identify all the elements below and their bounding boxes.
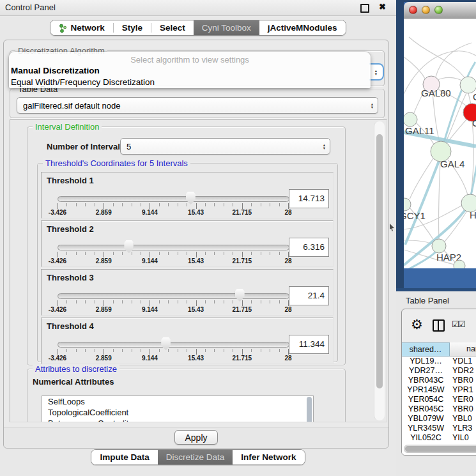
table-row[interactable]: YIL052CYIL0 (402, 433, 476, 443)
threshold-value-field[interactable]: 21.4 (289, 286, 329, 305)
network-node-gcy1[interactable] (404, 198, 411, 211)
tick-label: 21.715 (233, 209, 252, 216)
tick-label: -3.426 (49, 306, 66, 313)
network-view-window: GAL80GCGAL11GAL4GCY1HHAP2 (396, 0, 476, 291)
table-data-combo[interactable]: galFiltered.sif default node ▴▾ (17, 97, 378, 114)
network-graph: GAL80GCGAL11GAL4GCY1HHAP2 (404, 19, 476, 268)
right-column: GAL80GCGAL11GAL4GCY1HHAP2 Table Panel ⚙ … (396, 0, 476, 476)
cell-shared-name: YIL052C (402, 433, 450, 443)
attribute-item[interactable]: BetweennessCentrality (42, 418, 313, 422)
slider-thumb[interactable] (186, 192, 196, 204)
apply-button[interactable]: Apply (174, 430, 218, 445)
list-scrollbar-thumb[interactable] (307, 397, 312, 422)
network-canvas[interactable]: GAL80GCGAL11GAL4GCY1HHAP2 (404, 19, 476, 268)
select-columns-icon[interactable]: ☑☑ (452, 319, 464, 329)
gear-icon[interactable]: ⚙ (411, 318, 423, 332)
columns-icon[interactable] (433, 319, 445, 332)
tick-label: 15.43 (188, 355, 204, 362)
tick-label: 28 (284, 306, 291, 313)
tab-cyni-toolbox[interactable]: Cyni Toolbox (194, 20, 259, 35)
network-node-label: C (472, 118, 476, 128)
threshold-panel-2: Threshold 2-3.4262.8599.14415.4321.71528… (41, 220, 334, 267)
tab-network[interactable]: Network (50, 20, 112, 35)
panel-scrollbar-thumb[interactable] (376, 134, 383, 388)
tab-impute-data[interactable]: Impute Data (91, 450, 157, 464)
table-row[interactable]: YBL079WYBL0 (402, 414, 476, 424)
tick-label: 2.859 (96, 355, 112, 362)
threshold-title: Threshold 3 (47, 273, 94, 282)
tick-label: -3.426 (49, 209, 66, 216)
slider-thumb[interactable] (235, 289, 245, 302)
table-data-combo-value: galFiltered.sif default node (17, 101, 371, 111)
slider-track[interactable] (58, 342, 289, 348)
panel-scrollbar[interactable] (374, 121, 385, 420)
zoom-button-icon[interactable] (434, 6, 443, 14)
algorithm-option-equal-width[interactable]: Equal Width/Frequency Discretization (9, 77, 371, 88)
tab-label: jActiveMNodules (268, 23, 337, 33)
cell-shared-name: YER054C (402, 395, 450, 404)
table-hscrollbar-thumb[interactable] (405, 446, 476, 452)
slider-track[interactable] (58, 245, 289, 250)
spinner-arrows-icon: ▴▾ (371, 102, 373, 109)
column-header-name[interactable]: name (450, 342, 476, 357)
table-hscrollbar[interactable] (404, 445, 476, 453)
tab-label: Impute Data (100, 452, 149, 462)
tick-label: 15.43 (188, 257, 204, 265)
close-button-icon[interactable] (409, 6, 417, 14)
tick-label: 9.144 (142, 355, 158, 362)
table-data-group: Table Data galFiltered.sif default node … (10, 89, 385, 118)
slider-track[interactable] (58, 196, 289, 202)
slider-track[interactable] (58, 293, 289, 299)
table-row[interactable]: YDL19…YDL1 (402, 357, 476, 366)
attribute-item[interactable]: TopologicalCoefficient (42, 407, 313, 418)
network-node-gal11[interactable] (404, 112, 417, 127)
tick-label: 28 (284, 209, 291, 216)
thresholds-group-title: Threshold's Coordinates for 5 Intervals (43, 158, 190, 168)
network-node-label: GAL11 (405, 125, 434, 136)
network-node[interactable] (454, 260, 465, 268)
tick-label: 2.859 (96, 257, 112, 265)
tab-select[interactable]: Select (151, 20, 194, 35)
float-window-icon[interactable] (360, 4, 369, 13)
thresholds-group: Threshold's Coordinates for 5 Intervals … (37, 163, 338, 362)
algorithm-option-manual[interactable]: Manual Discretization (9, 65, 371, 77)
algorithm-dropdown: Select algorithm to view settings Manual… (9, 52, 371, 88)
close-panel-icon[interactable]: ✖ (379, 2, 386, 12)
tick-label: 15.43 (188, 306, 204, 313)
threshold-value-field[interactable]: 14.713 (289, 189, 329, 208)
attribute-item[interactable]: SelfLoops (42, 396, 313, 407)
table-row[interactable]: YBR045CYBR0 (402, 404, 476, 414)
num-intervals-label: Number of Intervals (47, 142, 125, 151)
slider-thumb[interactable] (161, 337, 171, 350)
table-row[interactable]: YER054CYER0 (402, 395, 476, 404)
minimize-button-icon[interactable] (422, 6, 430, 14)
tab-style[interactable]: Style (114, 20, 151, 35)
table-row[interactable]: YPR145WYPR1 (402, 385, 476, 395)
network-node-hap2[interactable] (432, 239, 446, 253)
control-panel: Control Panel ✖ NetworkStyleSelectCyni T… (0, 0, 396, 476)
tick-label: 9.144 (142, 257, 158, 265)
tick-label: 21.715 (233, 306, 252, 313)
tab-jactivemnodules[interactable]: jActiveMNodules (259, 20, 346, 35)
network-window-titlebar[interactable] (404, 2, 476, 19)
attributes-group: Attributes to discretize Numerical Attri… (27, 369, 346, 422)
slider-thumb[interactable] (124, 240, 134, 253)
num-intervals-combo[interactable]: 5 ▴▾ (120, 138, 330, 155)
network-node-label: GCY1 (404, 210, 426, 221)
list-scrollbar[interactable] (306, 397, 312, 422)
threshold-value-field[interactable]: 6.316 (289, 238, 329, 257)
panel-title: Control Panel (5, 3, 56, 12)
table-row[interactable]: YDR27…YDR2 (402, 366, 476, 376)
tab-infer-network[interactable]: Infer Network (233, 450, 304, 464)
table-row[interactable]: YBR043CYBR0 (402, 376, 476, 385)
table-row[interactable]: YLR345WYLR3 (402, 424, 476, 433)
cyni-toolbox-panel: Discretization Algorithm Select algorith… (3, 40, 389, 449)
interval-definition-group: Interval Definition Number of Intervals … (27, 127, 346, 365)
column-header-shared-name[interactable]: shared… (402, 342, 450, 357)
tab-discretize-data[interactable]: Discretize Data (158, 450, 233, 464)
network-edge (468, 93, 471, 104)
table-header: shared…name (402, 342, 476, 357)
threshold-value-field[interactable]: 11.344 (289, 335, 329, 354)
cell-shared-name: YBR045C (402, 404, 450, 414)
algorithm-combo-focused-edge[interactable]: ▴▾ (369, 63, 384, 81)
